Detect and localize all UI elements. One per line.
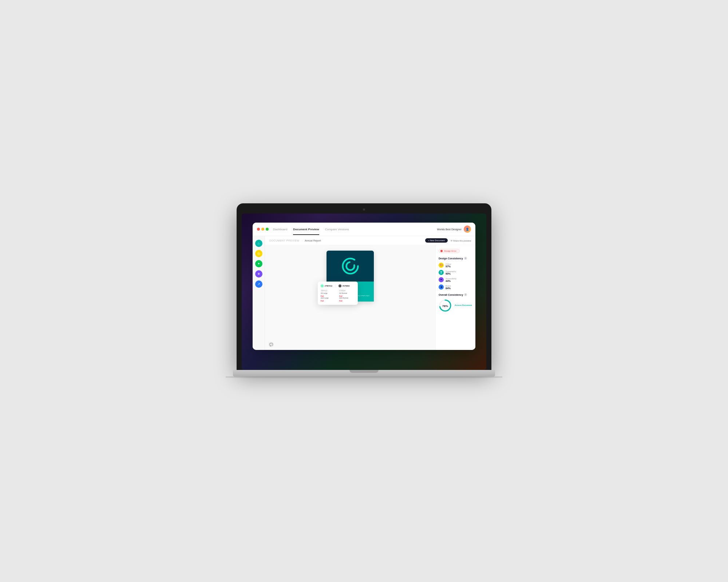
contrast-header-1: 75FFC2 [321, 290, 336, 292]
preview-area: doclint Annual Report Your reports can b… [265, 245, 475, 350]
metric-accessibility-info: Accessibility 44% [446, 278, 456, 282]
breadcrumb-separator: › [302, 239, 302, 242]
swatch-label-color2: #575554 [343, 285, 349, 287]
screen: Dashboard Document Preview Compare Versi… [242, 214, 486, 370]
design-consistency-info-icon[interactable]: i [464, 257, 467, 260]
chat-icon-area: 💬 [269, 342, 274, 347]
breadcrumb-section: DOCUMENT PREVIEW [269, 239, 300, 242]
sidebar-icon-home[interactable]: ⌂ [255, 240, 262, 247]
swatch-dot-color2 [339, 284, 341, 287]
metric-accessibility-value: 44% [446, 280, 456, 282]
user-section: Worlds Best Designer 👤 [437, 226, 471, 233]
laptop-base-shadow [226, 376, 502, 379]
laptop-notch [349, 370, 379, 373]
tab-compare-versions[interactable]: Compare Versions [325, 227, 349, 232]
breadcrumb: DOCUMENT PREVIEW › Annual Report [269, 239, 321, 242]
close-button[interactable] [257, 228, 260, 231]
contrast-row-aa-normal-2: AA Normal [339, 292, 355, 294]
laptop-container: Dashboard Document Preview Compare Versi… [237, 203, 491, 379]
maximize-button[interactable] [266, 228, 269, 231]
tab-document-preview[interactable]: Document Preview [293, 227, 319, 232]
avatar[interactable]: 👤 [464, 226, 471, 233]
contrast-table: 75FFC2 AA Large Fail AAA Large Fail 5755… [321, 290, 355, 302]
design-error-badge: Design Error [439, 249, 460, 253]
camera [363, 208, 365, 211]
main-content: ⌂ ◎ ✦ ✵ ↗ DOCUMENT PREVIEW › [253, 236, 475, 350]
minimize-button[interactable] [261, 228, 264, 231]
overall-consistency-title: Overall Consistency i [439, 293, 472, 296]
metric-brand-info: Brand 84% [446, 285, 451, 290]
traffic-lights [257, 228, 269, 231]
swatch-dot-color1 [321, 284, 324, 287]
contrast-row-aaa-normal-2: AAA Normal [339, 297, 355, 299]
svg-point-0 [343, 259, 358, 274]
metric-typography-info: Typography 90% [446, 270, 456, 275]
overall-progress-circle: 78% [439, 299, 452, 312]
swatch-label-color1: #75FFC2 [325, 285, 332, 287]
overall-consistency-section: Overall Consistency i 78% [439, 293, 472, 312]
sidebar-icon-document[interactable]: ◎ [255, 250, 262, 257]
overall-info-icon[interactable]: i [464, 293, 467, 296]
contrast-fail-aaa-large-1: Fail [321, 300, 336, 302]
content-header: DOCUMENT PREVIEW › Annual Report + New D… [265, 236, 475, 245]
chat-icon[interactable]: 💬 [269, 342, 274, 347]
svg-point-1 [346, 262, 354, 270]
swatch-color2: #575554 [339, 284, 349, 287]
access-document-button[interactable]: Access Document [455, 304, 472, 307]
contrast-col-1: 75FFC2 AA Large Fail AAA Large Fail [321, 290, 336, 302]
sidebar-icon-star[interactable]: ✵ [255, 270, 262, 278]
error-dot [440, 250, 443, 252]
metric-brand-value: 84% [446, 287, 451, 290]
sidebar-icon-share[interactable]: ↗ [255, 280, 262, 288]
screen-bezel: Dashboard Document Preview Compare Versi… [237, 203, 491, 370]
document-preview-pane: doclint Annual Report Your reports can b… [265, 245, 435, 350]
metric-accessibility-icon: ✦ [439, 277, 444, 282]
metric-accessibility: ✦ Accessibility 44% [439, 277, 472, 282]
app-window: Dashboard Document Preview Compare Versi… [253, 223, 475, 350]
metric-brand: ◈ Brand 84% [439, 284, 472, 290]
contrast-row-aa-large-1: AA Large [321, 292, 336, 294]
nav-tabs: Dashboard Document Preview Compare Versi… [273, 227, 437, 232]
overall-content: 78% Access Document [439, 299, 472, 312]
swatch-color1: #75FFC2 [321, 284, 332, 287]
user-name: Worlds Best Designer [437, 228, 462, 231]
title-bar: Dashboard Document Preview Compare Versi… [253, 223, 475, 236]
right-panel: Design Error Design Consistency i 🎨 [435, 245, 475, 350]
metric-typography: T Typography 90% [439, 270, 472, 275]
metric-typography-icon: T [439, 270, 444, 275]
sidebar: ⌂ ◎ ✦ ✵ ↗ [253, 236, 265, 350]
metric-colour-value: 97% [446, 265, 451, 268]
contrast-fail-aaa-normal-2: Fail [339, 300, 355, 302]
contrast-header-2: 575554 [339, 290, 355, 292]
metric-typography-value: 90% [446, 272, 456, 275]
header-actions: + New Document ⟳ Share this preview [425, 238, 471, 243]
contrast-divider [335, 284, 336, 287]
tab-dashboard[interactable]: Dashboard [273, 227, 287, 232]
design-consistency-title: Design Consistency i [439, 257, 472, 260]
contrast-swatches: #75FFC2 #575554 [321, 284, 355, 287]
new-document-button[interactable]: + New Document [425, 238, 448, 243]
content-area: DOCUMENT PREVIEW › Annual Report + New D… [265, 236, 475, 350]
sidebar-icon-snowflake[interactable]: ✦ [255, 260, 262, 267]
error-text: Design Error [444, 250, 456, 252]
contrast-row-aaa-large-1: AAA Large [321, 297, 336, 299]
svg-text:78%: 78% [442, 304, 448, 308]
brand-logo [340, 256, 360, 276]
metric-colour-icon: 🎨 [439, 263, 444, 268]
metric-colour: 🎨 Colour 97% [439, 263, 472, 268]
breadcrumb-document: Annual Report [305, 239, 321, 242]
contrast-col-2: 575554 AA Normal Fail AAA Normal Fail [339, 290, 355, 302]
share-preview-button[interactable]: ⟳ Share this preview [451, 239, 471, 242]
metric-brand-icon: ◈ [439, 284, 444, 290]
document-header-bg [327, 251, 374, 282]
avatar-initials: 👤 [466, 228, 469, 231]
laptop-base [233, 370, 495, 376]
contrast-popup: #75FFC2 #575554 [318, 282, 358, 305]
metric-colour-info: Colour 97% [446, 263, 451, 268]
